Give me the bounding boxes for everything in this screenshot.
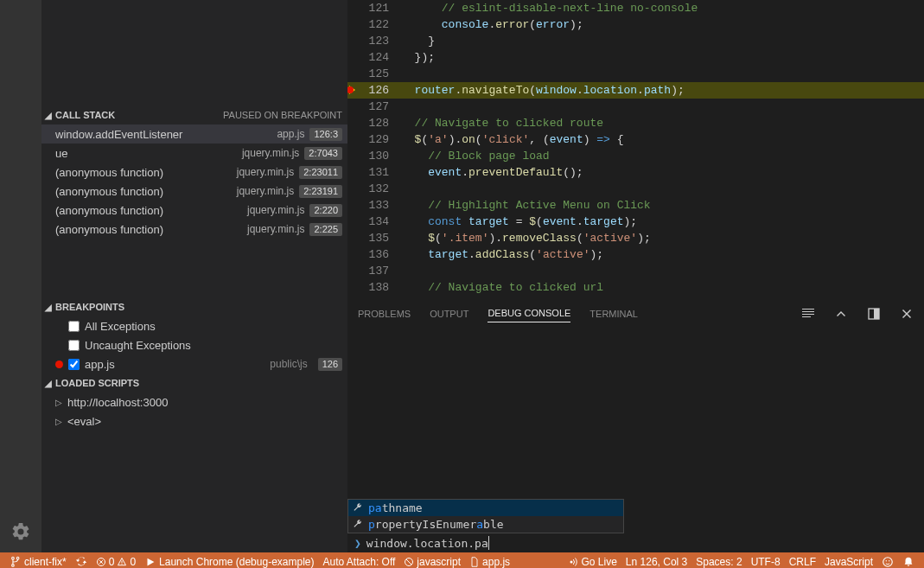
svg-rect-0 <box>802 309 814 310</box>
repl-text: window.location.pa <box>366 537 488 550</box>
position-item[interactable]: Ln 126, Col 3 <box>621 552 691 568</box>
autoattach-item[interactable]: Auto Attach: Off <box>319 552 400 568</box>
callstack-status: PAUSED ON BREAKPOINT <box>223 110 342 120</box>
breakpoint-item[interactable]: app.jspublic\js126 <box>41 354 347 373</box>
encoding-item[interactable]: UTF-8 <box>747 552 785 568</box>
panel-tab[interactable]: OUTPUT <box>430 305 468 322</box>
svg-point-7 <box>12 565 15 567</box>
collapse-icon: ◢ <box>45 111 52 120</box>
spaces-item[interactable]: Spaces: 2 <box>691 552 746 568</box>
loaded-script-item[interactable]: ▷<eval> <box>41 412 347 431</box>
loadedscripts-header[interactable]: ◢ LOADED SCRIPTS <box>41 373 347 392</box>
errors-item[interactable]: 0 0 <box>92 552 140 568</box>
debug-console-input[interactable]: ❯ window.location.pa <box>347 533 924 552</box>
collapse-icon: ◢ <box>45 303 52 312</box>
loaded-script-item[interactable]: ▷http://localhost:3000 <box>41 392 347 412</box>
panel-max-icon[interactable] <box>867 307 881 321</box>
wrench-icon <box>352 502 363 514</box>
activity-bar <box>0 0 41 552</box>
debug-sidebar: ◢ CALL STACK PAUSED ON BREAKPOINT window… <box>41 0 347 552</box>
panel-tab[interactable]: DEBUG CONSOLE <box>487 304 570 322</box>
breakpoint-checkbox[interactable] <box>68 359 80 370</box>
svg-point-14 <box>883 558 893 567</box>
panel-tab[interactable]: PROBLEMS <box>358 305 411 322</box>
loadedscripts-title: LOADED SCRIPTS <box>55 378 139 388</box>
breakpoint-checkbox[interactable] <box>68 340 80 351</box>
golive-item[interactable]: Go Live <box>564 552 621 568</box>
callstack-frame[interactable]: (anonymous function)jquery.min.js2:225 <box>41 220 347 239</box>
svg-point-8 <box>16 557 19 559</box>
breakpoint-checkbox[interactable] <box>68 321 80 332</box>
status-bar: client-fix* 0 0 Launch Chrome (debug-exa… <box>0 552 924 568</box>
gear-icon[interactable] <box>10 521 31 542</box>
breakpoint-item[interactable]: Uncaught Exceptions <box>41 335 347 354</box>
svg-rect-10 <box>122 561 123 564</box>
svg-point-6 <box>12 557 15 559</box>
feedback-icon[interactable] <box>877 552 898 568</box>
lang-item[interactable]: javascript <box>399 552 465 568</box>
callstack-frame[interactable]: (anonymous function)jquery.min.js2:23011 <box>41 163 347 182</box>
launch-item[interactable]: Launch Chrome (debug-example) <box>140 552 318 568</box>
svg-rect-2 <box>802 314 814 315</box>
svg-point-16 <box>889 560 889 561</box>
close-icon[interactable] <box>900 307 914 321</box>
breakpoints-header[interactable]: ◢ BREAKPOINTS <box>41 297 347 316</box>
panel-tab[interactable]: TERMINAL <box>589 305 638 322</box>
editor-pane: 121 // eslint-disable-next-line no-conso… <box>347 0 924 552</box>
eol-item[interactable]: CRLF <box>785 552 820 568</box>
file-item[interactable]: app.js <box>465 552 514 568</box>
callstack-title: CALL STACK <box>55 110 115 120</box>
langmode-item[interactable]: JavaScript <box>820 552 877 568</box>
branch-item[interactable]: client-fix* <box>5 552 71 568</box>
prompt-icon: ❯ <box>354 537 361 550</box>
panel: PROBLEMSOUTPUTDEBUG CONSOLETERMINAL path… <box>347 298 924 552</box>
svg-rect-5 <box>874 309 879 319</box>
suggestion-item[interactable]: propertyIsEnumerable <box>348 516 623 533</box>
suggestion-item[interactable]: pathname <box>348 500 623 516</box>
code-editor[interactable]: 121 // eslint-disable-next-line no-conso… <box>347 0 924 298</box>
sync-item[interactable] <box>71 552 92 568</box>
bell-icon[interactable] <box>898 552 919 568</box>
svg-point-15 <box>886 560 887 561</box>
callstack-frame[interactable]: (anonymous function)jquery.min.js2:23191 <box>41 182 347 201</box>
collapse-icon: ◢ <box>45 379 52 388</box>
callstack-header[interactable]: ◢ CALL STACK PAUSED ON BREAKPOINT <box>41 105 347 124</box>
callstack-frame[interactable]: uejquery.min.js2:7043 <box>41 144 347 163</box>
svg-rect-11 <box>122 564 123 565</box>
callstack-frame[interactable]: (anonymous function)jquery.min.js2:220 <box>41 201 347 220</box>
breakpoint-dot <box>55 361 63 368</box>
wrench-icon <box>352 519 363 530</box>
svg-rect-1 <box>802 311 814 312</box>
breakpoint-item[interactable]: All Exceptions <box>41 316 347 335</box>
svg-point-13 <box>570 561 572 564</box>
callstack-frame[interactable]: window.addEventListenerapp.js126:3 <box>41 124 347 144</box>
clear-console-icon[interactable] <box>801 307 815 321</box>
breakpoints-title: BREAKPOINTS <box>55 302 124 312</box>
chevron-up-icon[interactable] <box>834 307 848 321</box>
svg-rect-3 <box>802 316 811 317</box>
autocomplete-popup: pathnamepropertyIsEnumerable <box>347 499 624 533</box>
